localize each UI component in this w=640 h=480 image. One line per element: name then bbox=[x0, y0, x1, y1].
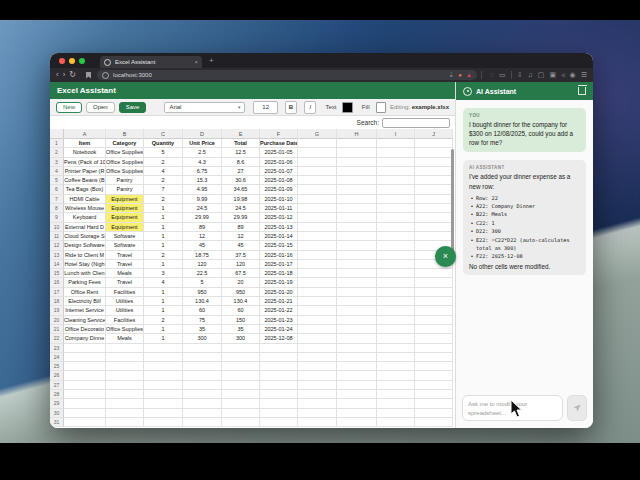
forward-icon[interactable]: › bbox=[63, 70, 66, 80]
cell[interactable] bbox=[106, 353, 144, 362]
row-number[interactable]: 3 bbox=[50, 158, 64, 167]
cell[interactable]: 2025-12-08 bbox=[260, 334, 298, 343]
cell[interactable]: 4 bbox=[144, 278, 183, 287]
cell[interactable] bbox=[337, 297, 377, 306]
cell[interactable] bbox=[415, 223, 453, 232]
cell[interactable]: 35 bbox=[222, 325, 260, 334]
cell[interactable] bbox=[377, 371, 415, 380]
cell[interactable] bbox=[415, 167, 453, 176]
cell[interactable] bbox=[377, 176, 415, 185]
cell[interactable]: Cleaning Service bbox=[64, 316, 106, 325]
cell[interactable] bbox=[106, 381, 144, 390]
cell[interactable] bbox=[377, 204, 415, 213]
cell[interactable] bbox=[144, 353, 183, 362]
cell[interactable]: 1 bbox=[144, 325, 183, 334]
cell[interactable]: 75 bbox=[183, 316, 222, 325]
cell[interactable] bbox=[260, 390, 298, 399]
cell[interactable] bbox=[298, 278, 337, 287]
cell[interactable] bbox=[377, 185, 415, 194]
extension-icon[interactable]: ● bbox=[458, 72, 462, 78]
row-number[interactable]: 27 bbox=[50, 381, 64, 390]
cell[interactable]: 35 bbox=[183, 325, 222, 334]
column-header[interactable]: C bbox=[144, 129, 183, 139]
zoom-window-button[interactable] bbox=[79, 58, 85, 64]
send-button[interactable] bbox=[567, 395, 587, 421]
cell[interactable]: Hotel Stay (Nigh bbox=[64, 260, 106, 269]
cell[interactable] bbox=[377, 232, 415, 241]
cell[interactable] bbox=[415, 371, 453, 380]
cell[interactable] bbox=[222, 390, 260, 399]
cell[interactable] bbox=[298, 241, 337, 250]
cell[interactable]: Category bbox=[106, 139, 144, 148]
cell[interactable] bbox=[337, 139, 377, 148]
cell[interactable] bbox=[415, 278, 453, 287]
cell[interactable] bbox=[337, 278, 377, 287]
cell[interactable] bbox=[415, 316, 453, 325]
cell[interactable]: 1 bbox=[144, 297, 183, 306]
downloads-icon[interactable]: ⇩ bbox=[517, 70, 523, 80]
cell[interactable]: Meals bbox=[106, 334, 144, 343]
bookmark-icon[interactable] bbox=[86, 72, 91, 79]
cell[interactable]: 1 bbox=[144, 232, 183, 241]
cell[interactable]: 2025-01-10 bbox=[260, 195, 298, 204]
column-header[interactable]: G bbox=[298, 129, 337, 139]
cell[interactable]: Keyboard bbox=[64, 213, 106, 222]
cell[interactable] bbox=[337, 241, 377, 250]
cell[interactable]: 2025-01-18 bbox=[260, 269, 298, 278]
cell[interactable]: 2.5 bbox=[183, 148, 222, 157]
cell[interactable]: 4.95 bbox=[183, 185, 222, 194]
chat-icon[interactable]: ◌ bbox=[490, 70, 494, 80]
column-header[interactable]: H bbox=[337, 129, 377, 139]
cell[interactable]: Software bbox=[106, 241, 144, 250]
cell[interactable] bbox=[298, 371, 337, 380]
cell[interactable] bbox=[415, 297, 453, 306]
row-number[interactable]: 6 bbox=[50, 185, 64, 194]
cell[interactable]: Facilities bbox=[106, 288, 144, 297]
cell[interactable] bbox=[144, 381, 183, 390]
cell[interactable]: 2025-01-23 bbox=[260, 316, 298, 325]
cell[interactable] bbox=[337, 371, 377, 380]
cell[interactable] bbox=[298, 362, 337, 371]
cell[interactable]: 15.3 bbox=[183, 176, 222, 185]
open-button[interactable]: Open bbox=[86, 102, 115, 113]
italic-button[interactable]: I bbox=[304, 101, 316, 114]
clear-chat-icon[interactable] bbox=[578, 87, 586, 95]
row-number[interactable]: 20 bbox=[50, 316, 64, 325]
cell[interactable] bbox=[106, 399, 144, 408]
url-bar[interactable]: localhost:3000 ⇣ ● ▲ bbox=[97, 70, 477, 80]
cell[interactable]: 2025-01-11 bbox=[260, 204, 298, 213]
extension-warning-icon[interactable]: ▲ bbox=[466, 72, 472, 78]
cell[interactable] bbox=[222, 409, 260, 418]
cell[interactable] bbox=[183, 344, 222, 353]
profile-icon[interactable]: ◉ bbox=[570, 70, 576, 80]
cell[interactable] bbox=[415, 344, 453, 353]
row-number[interactable]: 2 bbox=[50, 148, 64, 157]
cell[interactable]: External Hard D bbox=[64, 223, 106, 232]
cell[interactable] bbox=[377, 269, 415, 278]
cell[interactable] bbox=[415, 325, 453, 334]
cell[interactable] bbox=[377, 418, 415, 427]
minimize-window-button[interactable] bbox=[69, 58, 75, 64]
save-button[interactable]: Save bbox=[119, 102, 147, 113]
column-header[interactable]: J bbox=[415, 129, 453, 139]
cell[interactable]: 1 bbox=[144, 223, 183, 232]
cell[interactable]: Meals bbox=[106, 269, 144, 278]
cell[interactable] bbox=[298, 297, 337, 306]
cell[interactable] bbox=[183, 353, 222, 362]
cell[interactable]: 37.5 bbox=[222, 251, 260, 260]
cell[interactable] bbox=[183, 381, 222, 390]
cell[interactable]: 300 bbox=[183, 334, 222, 343]
cell[interactable] bbox=[337, 167, 377, 176]
row-number[interactable]: 14 bbox=[50, 260, 64, 269]
cell[interactable]: 45 bbox=[183, 241, 222, 250]
cell[interactable] bbox=[298, 148, 337, 157]
cell[interactable]: Office Supplies bbox=[106, 167, 144, 176]
cell[interactable] bbox=[337, 325, 377, 334]
cell[interactable] bbox=[64, 418, 106, 427]
cell[interactable] bbox=[298, 223, 337, 232]
cell[interactable] bbox=[183, 399, 222, 408]
cell[interactable]: Item bbox=[64, 139, 106, 148]
site-info-icon[interactable] bbox=[102, 72, 109, 79]
cell[interactable]: Internet Service bbox=[64, 306, 106, 315]
cell[interactable] bbox=[298, 269, 337, 278]
